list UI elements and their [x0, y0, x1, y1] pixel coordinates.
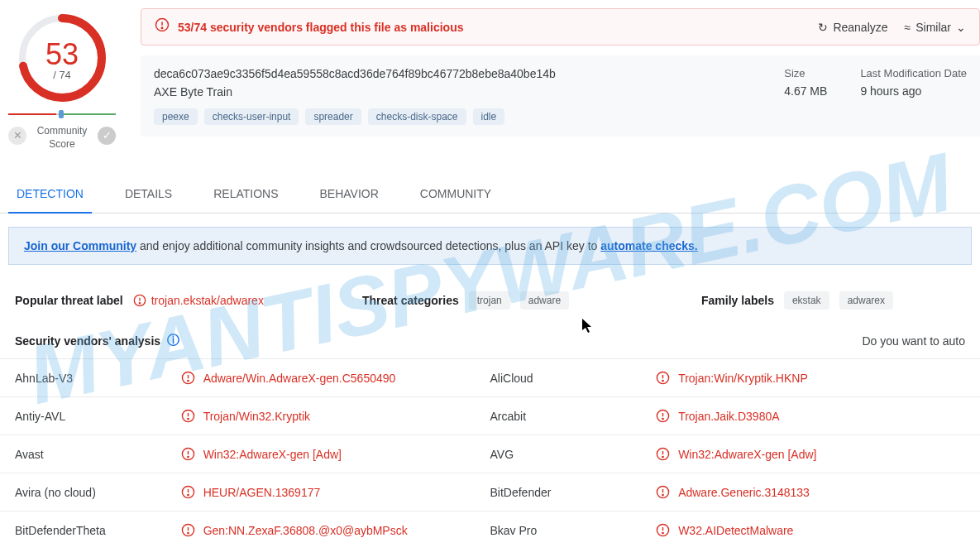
- banner-middle-text: and enjoy additional community insights …: [136, 239, 600, 252]
- analysis-header: Security vendors' analysis ⓘ Do you want…: [0, 323, 980, 358]
- size-block: Size 4.67 MB: [784, 67, 827, 98]
- size-label: Size: [784, 67, 827, 79]
- detection-text: Trojan:Win/Kryptik.HKNP: [678, 372, 808, 385]
- table-row: BitDefenderTheta Gen:NN.ZexaF.36808.@x0@…: [0, 511, 980, 549]
- similar-button[interactable]: ≈ Similar ⌄: [905, 21, 966, 34]
- vendor-detection: Adware.Generic.3148133: [656, 485, 965, 499]
- vendor-name: Avast: [15, 447, 181, 461]
- vendor-detection: Trojan.Jaik.D3980A: [656, 409, 965, 423]
- tab-behavior[interactable]: BEHAVIOR: [312, 175, 387, 213]
- tab-details[interactable]: DETAILS: [117, 175, 180, 213]
- threat-icon: [133, 294, 146, 307]
- popular-threat-title: Popular threat label: [15, 294, 123, 307]
- detection-text: W32.AIDetectMalware: [678, 524, 793, 537]
- vendor-name: AliCloud: [490, 371, 657, 385]
- svg-point-19: [662, 419, 663, 420]
- size-value: 4.67 MB: [784, 84, 827, 98]
- family-adwarex[interactable]: adwarex: [839, 291, 893, 310]
- reanalyze-button[interactable]: ↻ Reanalyze: [818, 21, 887, 34]
- vendor-name: AVG: [490, 447, 657, 461]
- file-tags: peexe checks-user-input spreader checks-…: [154, 108, 784, 125]
- vendor-name: BitDefenderTheta: [15, 523, 181, 537]
- svg-point-4: [161, 27, 163, 29]
- tag-peexe[interactable]: peexe: [154, 108, 198, 125]
- alert-text: 53/74 security vendors flagged this file…: [178, 21, 463, 34]
- vendor-detection: W32.AIDetectMalware: [656, 523, 965, 537]
- vendor-detection: Adware/Win.AdwareX-gen.C5650490: [181, 371, 490, 385]
- malicious-icon: [181, 523, 195, 537]
- svg-point-13: [662, 381, 663, 382]
- tab-relations[interactable]: RELATIONS: [205, 175, 286, 213]
- svg-point-7: [139, 303, 140, 304]
- detection-text: Win32:AdwareX-gen [Adw]: [678, 448, 816, 461]
- date-label: Last Modification Date: [860, 67, 967, 79]
- vendor-detection: Trojan:Win/Kryptik.HKNP: [656, 371, 965, 385]
- reanalyze-label: Reanalyze: [833, 21, 887, 34]
- detection-text: Adware/Win.AdwareX-gen.C5650490: [203, 372, 396, 385]
- vendor-name: BitDefender: [490, 485, 657, 499]
- vendor-name: Arcabit: [490, 409, 657, 423]
- malicious-icon: [656, 485, 670, 499]
- community-score-bar: [8, 113, 116, 115]
- auto-prompt-text: Do you want to auto: [862, 334, 965, 348]
- tab-community[interactable]: COMMUNITY: [412, 175, 500, 213]
- svg-point-31: [662, 495, 663, 496]
- main-tabs: DETECTION DETAILS RELATIONS BEHAVIOR COM…: [0, 175, 980, 214]
- svg-point-25: [662, 457, 663, 458]
- vendor-detection: Win32:AdwareX-gen [Adw]: [656, 447, 965, 461]
- family-labels-title: Family labels: [701, 294, 774, 307]
- detection-text: Win32:AdwareX-gen [Adw]: [203, 448, 342, 461]
- community-banner: Join our Community and enjoy additional …: [8, 227, 972, 265]
- vendor-name: AhnLab-V3: [15, 371, 181, 385]
- svg-point-22: [187, 457, 188, 458]
- svg-point-37: [662, 533, 663, 534]
- popular-threat-value: trojan.ekstak/adwarex: [151, 294, 264, 307]
- svg-point-10: [187, 381, 188, 382]
- detection-text: HEUR/AGEN.1369177: [203, 486, 321, 499]
- refresh-icon: ↻: [818, 21, 828, 34]
- vote-negative-icon[interactable]: ✕: [8, 127, 26, 145]
- threat-cat-adware[interactable]: adware: [520, 291, 569, 310]
- malicious-icon: [656, 447, 670, 461]
- vote-positive-icon[interactable]: ✓: [98, 127, 116, 145]
- malicious-icon: [181, 447, 195, 461]
- tag-idle[interactable]: idle: [473, 108, 505, 125]
- detection-text: Trojan.Jaik.D3980A: [678, 410, 779, 423]
- detection-text: Gen:NN.ZexaF.36808.@x0@aybMPsck: [203, 524, 408, 537]
- threat-cat-trojan[interactable]: trojan: [469, 291, 510, 310]
- tag-spreader[interactable]: spreader: [305, 108, 361, 125]
- tag-checks-user-input[interactable]: checks-user-input: [204, 108, 299, 125]
- detection-text: Trojan/Win32.Kryptik: [203, 410, 310, 423]
- vendor-analysis-table: AhnLab-V3 Adware/Win.AdwareX-gen.C565049…: [0, 358, 980, 549]
- tag-checks-disk-space[interactable]: checks-disk-space: [368, 108, 466, 125]
- threat-labels-row: Popular threat label trojan.ekstak/adwar…: [0, 278, 980, 323]
- threat-categories-title: Threat categories: [362, 294, 459, 307]
- vendor-name: Antiy-AVL: [15, 409, 181, 423]
- malicious-icon: [656, 409, 670, 423]
- join-community-link[interactable]: Join our Community: [24, 239, 136, 252]
- vendor-detection: Gen:NN.ZexaF.36808.@x0@aybMPsck: [181, 523, 490, 537]
- malicious-icon: [181, 485, 195, 499]
- vendor-name: Avira (no cloud): [15, 485, 181, 499]
- family-ekstak[interactable]: ekstak: [784, 291, 829, 310]
- automate-checks-link[interactable]: automate checks.: [600, 239, 698, 252]
- table-row: AhnLab-V3 Adware/Win.AdwareX-gen.C565049…: [0, 358, 980, 396]
- tab-detection[interactable]: DETECTION: [8, 175, 92, 214]
- malicious-icon: [656, 371, 670, 385]
- chevron-down-icon: ⌄: [956, 21, 966, 34]
- cursor-icon: [582, 319, 594, 337]
- similar-label: Similar: [915, 21, 951, 34]
- detection-score-circle: 53 / 74: [17, 12, 108, 103]
- detection-text: Adware.Generic.3148133: [678, 486, 810, 499]
- vendor-detection: Trojan/Win32.Kryptik: [181, 409, 490, 423]
- date-value: 9 hours ago: [860, 84, 967, 98]
- svg-point-28: [187, 495, 188, 496]
- similar-icon: ≈: [905, 21, 911, 34]
- table-row: Antiy-AVL Trojan/Win32.Kryptik Arcabit T…: [0, 396, 980, 435]
- svg-point-16: [187, 419, 188, 420]
- file-hash: deca6c073ae9c3356f5d4ea59558c8acd36de764…: [154, 67, 784, 80]
- info-icon[interactable]: ⓘ: [167, 333, 179, 348]
- malicious-icon: [656, 523, 670, 537]
- file-info-bar: deca6c073ae9c3356f5d4ea59558c8acd36de764…: [141, 55, 980, 137]
- alert-icon: [155, 17, 170, 36]
